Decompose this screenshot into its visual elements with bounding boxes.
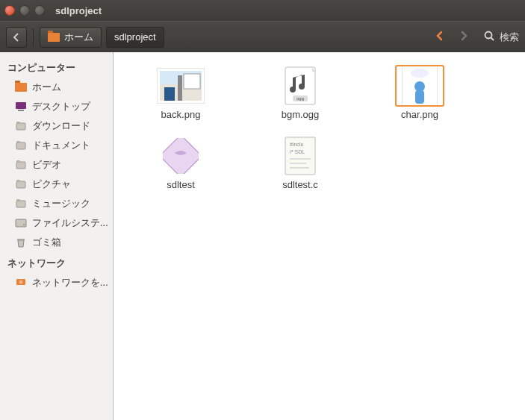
- svg-rect-23: [164, 87, 175, 101]
- sidebar-item-label: デスクトップ: [32, 100, 90, 113]
- sidebar-item[interactable]: デスクトップ: [0, 97, 113, 116]
- file-view[interactable]: back.pngoggbgm.oggchar.pngsdltest#inclu/…: [114, 52, 525, 420]
- sidebar-item[interactable]: ミュージック: [0, 194, 113, 213]
- sidebar-item[interactable]: ダウンロード: [0, 116, 113, 136]
- minimize-button[interactable]: [19, 5, 30, 16]
- svg-rect-4: [16, 123, 25, 130]
- search-label: 検索: [500, 31, 519, 44]
- breadcrumb-label: ホーム: [64, 31, 93, 44]
- svg-rect-32: [415, 90, 424, 104]
- svg-rect-12: [16, 201, 25, 207]
- file-name: sdltest.c: [282, 179, 318, 190]
- home-folder-icon: [48, 33, 60, 42]
- file-name: sdltest: [167, 179, 195, 190]
- window-title: sdlproject: [55, 5, 102, 16]
- sidebar: コンピューター ホームデスクトップダウンロードドキュメントビデオピクチャミュージ…: [0, 52, 114, 420]
- sidebar-item[interactable]: ドキュメント: [0, 136, 113, 155]
- window-controls: [4, 5, 45, 16]
- svg-text:#inclu: #inclu: [290, 142, 303, 147]
- sidebar-item[interactable]: ネットワークを...: [0, 273, 113, 292]
- chevron-right-icon: [459, 31, 469, 41]
- svg-rect-37: [290, 158, 311, 160]
- svg-rect-6: [16, 142, 25, 149]
- sidebar-section-header: ネットワーク: [0, 252, 113, 273]
- file-thumbnail: [157, 136, 205, 176]
- svg-point-18: [19, 280, 23, 284]
- sidebar-item-label: ホーム: [32, 81, 61, 94]
- breadcrumb-home[interactable]: ホーム: [40, 27, 102, 48]
- toolbar: ホーム sdlproject 検索: [0, 21, 525, 52]
- svg-rect-9: [16, 160, 20, 163]
- file-thumbnail: [396, 66, 444, 106]
- breadcrumb-label: sdlproject: [114, 31, 156, 43]
- svg-rect-25: [184, 74, 200, 89]
- svg-rect-24: [178, 75, 182, 101]
- svg-text:ogg: ogg: [296, 96, 304, 101]
- svg-point-0: [485, 31, 492, 38]
- svg-rect-38: [290, 163, 306, 164]
- file-name: char.png: [401, 109, 438, 120]
- sidebar-item-label: ファイルシステ...: [32, 216, 108, 230]
- sidebar-item[interactable]: ゴミ箱: [0, 233, 113, 252]
- sidebar-item[interactable]: ピクチャ: [0, 175, 113, 194]
- svg-rect-16: [17, 239, 25, 240]
- svg-point-31: [414, 81, 425, 92]
- svg-rect-7: [16, 141, 20, 143]
- pathbar-toggle-button[interactable]: [6, 27, 27, 48]
- sidebar-item[interactable]: ファイルシステ...: [0, 213, 113, 233]
- sidebar-item-label: ゴミ箱: [32, 236, 61, 249]
- svg-rect-13: [16, 199, 20, 201]
- sidebar-item[interactable]: ビデオ: [0, 155, 113, 175]
- file-thumbnail: ogg: [276, 66, 324, 106]
- search-icon: [484, 31, 495, 44]
- file-item[interactable]: oggbgm.ogg: [240, 64, 360, 134]
- sidebar-item-label: ネットワークを...: [32, 276, 108, 289]
- chevron-left-icon: [435, 31, 445, 41]
- svg-rect-14: [16, 219, 26, 227]
- svg-point-15: [23, 224, 25, 225]
- sidebar-item-label: ビデオ: [32, 158, 61, 172]
- titlebar: sdlproject: [0, 0, 525, 21]
- svg-rect-39: [290, 167, 309, 169]
- sidebar-item-label: ダウンロード: [32, 119, 90, 133]
- breadcrumb-current[interactable]: sdlproject: [106, 27, 164, 48]
- file-item[interactable]: char.png: [360, 64, 479, 134]
- svg-rect-11: [16, 180, 20, 182]
- svg-rect-3: [18, 110, 24, 111]
- close-button[interactable]: [4, 5, 15, 16]
- sidebar-item[interactable]: ホーム: [0, 78, 113, 97]
- home-folder-icon: [15, 83, 27, 92]
- maximize-button[interactable]: [34, 5, 45, 16]
- svg-rect-33: [163, 138, 199, 174]
- svg-line-1: [491, 37, 494, 40]
- file-thumbnail: #inclu/* SDL: [276, 136, 324, 176]
- svg-rect-5: [16, 122, 20, 124]
- sidebar-item-label: ドキュメント: [32, 139, 90, 152]
- file-name: bgm.ogg: [282, 109, 320, 120]
- search-button[interactable]: 検索: [484, 31, 519, 44]
- nav-forward-button[interactable]: [454, 29, 473, 45]
- file-name: back.png: [161, 109, 201, 120]
- svg-point-30: [411, 69, 429, 78]
- chevron-left-icon: [10, 31, 22, 43]
- svg-rect-8: [16, 162, 25, 169]
- sidebar-item-label: ピクチャ: [32, 178, 71, 191]
- svg-text:/* SDL: /* SDL: [290, 149, 305, 154]
- svg-rect-2: [16, 102, 26, 109]
- sidebar-section-header: コンピューター: [0, 57, 113, 78]
- sidebar-item-label: ミュージック: [32, 197, 90, 210]
- file-item[interactable]: back.png: [121, 64, 240, 134]
- file-thumbnail: [157, 66, 205, 106]
- svg-rect-10: [16, 181, 25, 188]
- file-item[interactable]: #inclu/* SDLsdltest.c: [240, 134, 360, 204]
- file-item[interactable]: sdltest: [121, 134, 240, 204]
- separator: [33, 28, 34, 46]
- nav-back-button[interactable]: [430, 29, 450, 45]
